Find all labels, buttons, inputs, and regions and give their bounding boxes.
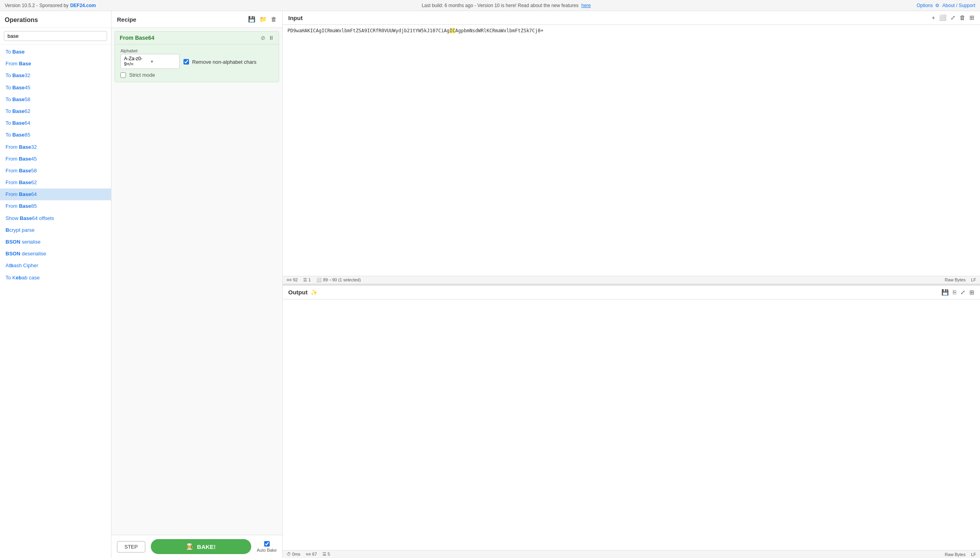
top-bar-left: Version 10.5.2 - Sponsored by DEF24.com	[5, 3, 96, 8]
sidebar-item-label: BSON serialise	[6, 239, 41, 245]
auto-bake-checkbox[interactable]	[264, 541, 270, 547]
input-editor[interactable]: PD9waHAKICAgICRmaWxlbmFtZSA9ICRfR0VUUWyd…	[283, 25, 980, 276]
pause-op-icon[interactable]: ⏸	[269, 35, 274, 41]
input-title: Input	[288, 15, 303, 21]
remove-non-alpha-row: Remove non-alphabet chars	[183, 59, 256, 65]
delete-recipe-icon[interactable]: 🗑	[271, 16, 277, 23]
output-expand-icon[interactable]: ⊞	[969, 289, 974, 296]
sidebar-item-from-base85[interactable]: From Base85	[0, 200, 111, 212]
sidebar-item-from-base58[interactable]: From Base58	[0, 165, 111, 177]
op-block-from-base64: From Base64 ⊘ ⏸ Alphabet A-Za-z0-9+/= ▼	[115, 31, 279, 82]
sidebar-item-from-base45[interactable]: From Base45	[0, 153, 111, 165]
options-text: Options	[917, 3, 933, 8]
input-expand-icon[interactable]: ⊞	[969, 14, 974, 21]
sidebar-item-label: To Base45	[6, 85, 30, 91]
output-status-left: ⏱ 0ms ≡≡ 67 ☰ 5	[287, 552, 330, 557]
sidebar-item-to-base[interactable]: To Base	[0, 46, 111, 58]
recipe-panel: Recipe 💾 📁 🗑 From Base64 ⊘ ⏸	[111, 11, 283, 558]
sidebar-item-from-base62[interactable]: From Base62	[0, 177, 111, 188]
search-input[interactable]	[4, 31, 107, 41]
notice-link[interactable]: here	[581, 3, 591, 8]
input-status-right: Raw Bytes LF	[945, 277, 976, 282]
magic-wand-icon[interactable]: ✨	[311, 289, 317, 296]
top-bar: Version 10.5.2 - Sponsored by DEF24.com …	[0, 0, 980, 11]
sidebar-item-bson-serialise[interactable]: BSON serialise	[0, 236, 111, 248]
bake-button[interactable]: 👨‍🍳 BAKE!	[151, 539, 251, 554]
sidebar-item-bson-deserialise[interactable]: BSON deserialise	[0, 248, 111, 260]
sidebar-item-to-base85[interactable]: To Base85	[0, 129, 111, 141]
options-link[interactable]: Options ⚙	[917, 3, 939, 8]
save-recipe-icon[interactable]: 💾	[248, 16, 256, 23]
strict-mode-checkbox[interactable]	[120, 72, 126, 78]
step-button[interactable]: STEP	[117, 541, 145, 552]
sidebar-item-to-base64[interactable]: To Base64	[0, 117, 111, 129]
sidebar-item-label: To Base85	[6, 132, 30, 138]
sidebar-item-label: From Base85	[6, 203, 37, 209]
sidebar-item-label: From Base62	[6, 179, 37, 185]
input-status-left: ≡≡ 92 ☰ 1 ⬜ 89→90 (1 selected)	[287, 277, 361, 283]
output-line-ending: LF	[971, 552, 976, 557]
sidebar-item-from-base[interactable]: From Base	[0, 58, 111, 70]
sidebar-item-from-base32[interactable]: From Base32	[0, 141, 111, 153]
input-header-icons: + ⬜ ⤢ 🗑 ⊞	[932, 14, 974, 21]
op-block-body: Alphabet A-Za-z0-9+/= ▼ Remove non-alpha…	[115, 44, 279, 82]
sidebar-item-label: To Base	[6, 49, 24, 55]
output-char-count: ≡≡ 67	[306, 552, 317, 557]
input-header: Input + ⬜ ⤢ 🗑 ⊞	[283, 11, 980, 25]
gear-icon: ⚙	[935, 3, 939, 8]
recipe-content: From Base64 ⊘ ⏸ Alphabet A-Za-z0-9+/= ▼	[111, 28, 282, 535]
sidebar-item-from-base64[interactable]: From Base64	[0, 188, 111, 200]
output-time: ⏱ 0ms	[287, 552, 300, 557]
sidebar-item-label: To Base62	[6, 108, 30, 114]
sidebar-item-label: To Base64	[6, 120, 30, 126]
op-block-header: From Base64 ⊘ ⏸	[115, 31, 279, 44]
sidebar-item-to-kebab-case[interactable]: To Kebab case	[0, 272, 111, 284]
input-area: Input + ⬜ ⤢ 🗑 ⊞ PD9waHAKICAgICRmaWxlbmFt…	[283, 11, 980, 284]
alphabet-select[interactable]: A-Za-z0-9+/= ▼	[120, 54, 180, 69]
sidebar-item-label: From Base45	[6, 156, 37, 162]
auto-bake-wrap: Auto Bake	[257, 541, 277, 552]
sidebar-item-label: BSON deserialise	[6, 251, 46, 257]
sidebar-item-to-base45[interactable]: To Base45	[0, 82, 111, 94]
about-support-link[interactable]: About / Support	[943, 3, 975, 8]
disable-op-icon[interactable]: ⊘	[261, 35, 265, 41]
sidebar-list: To BaseFrom BaseTo Base32To Base45To Bas…	[0, 44, 111, 558]
sidebar-item-show-base64-offsets[interactable]: Show Base64 offsets	[0, 212, 111, 224]
open-recipe-icon[interactable]: 📁	[259, 16, 267, 23]
sidebar-item-label: From Base32	[6, 144, 37, 150]
bake-bar: STEP 👨‍🍳 BAKE! Auto Bake	[111, 535, 282, 558]
alphabet-control: Alphabet A-Za-z0-9+/= ▼	[120, 48, 180, 69]
sidebar-item-to-base62[interactable]: To Base62	[0, 105, 111, 117]
input-clear-icon[interactable]: 🗑	[960, 14, 965, 21]
right-panel: Input + ⬜ ⤢ 🗑 ⊞ PD9waHAKICAgICRmaWxlbmFt…	[283, 11, 980, 558]
output-copy-icon[interactable]: ⎘	[953, 289, 956, 296]
output-editor[interactable]	[283, 299, 980, 551]
recipe-header-icons: 💾 📁 🗑	[248, 16, 277, 23]
op-block-title: From Base64	[120, 35, 154, 41]
sidebar-item-label: From Base	[6, 61, 31, 67]
input-tab-icon[interactable]: ⬜	[939, 14, 947, 21]
def24-link[interactable]: DEF24.com	[70, 3, 96, 8]
output-title: Output	[288, 289, 308, 296]
main-layout: Operations To BaseFrom BaseTo Base32To B…	[0, 11, 980, 558]
bake-chef-icon: 👨‍🍳	[186, 543, 194, 550]
sidebar-item-bcrypt-parse[interactable]: Bcrypt parse	[0, 224, 111, 236]
output-line-count: ☰ 5	[322, 552, 330, 557]
output-save-icon[interactable]: 💾	[941, 289, 949, 296]
sidebar-item-label: To Kebab case	[6, 275, 40, 281]
input-status-bar: ≡≡ 92 ☰ 1 ⬜ 89→90 (1 selected) Raw Bytes…	[283, 276, 980, 284]
input-plus-icon[interactable]: +	[932, 14, 935, 21]
output-status-bar: ⏱ 0ms ≡≡ 67 ☰ 5 Raw Bytes LF	[283, 550, 980, 558]
sidebar-item-to-base58[interactable]: To Base58	[0, 94, 111, 105]
remove-non-alpha-checkbox[interactable]	[183, 59, 189, 65]
top-bar-right: Options ⚙ About / Support	[917, 3, 975, 8]
sidebar-item-label: To Base58	[6, 96, 30, 102]
output-popout-icon[interactable]: ⤢	[960, 289, 965, 296]
sidebar-item-atbash-cipher[interactable]: Atbash Cipher	[0, 260, 111, 272]
sidebar-item-label: From Base58	[6, 168, 37, 174]
sidebar-title: Operations	[0, 11, 111, 28]
sidebar-item-to-base32[interactable]: To Base32	[0, 70, 111, 81]
input-popout-icon[interactable]: ⤢	[950, 14, 956, 21]
alphabet-row: Alphabet A-Za-z0-9+/= ▼ Remove non-alpha…	[120, 48, 273, 69]
sidebar-item-label: Show Base64 offsets	[6, 215, 54, 221]
